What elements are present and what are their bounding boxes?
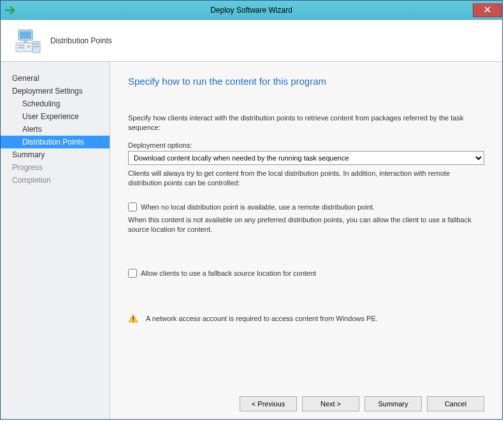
svg-point-6 xyxy=(28,45,30,47)
sidebar-item-scheduling[interactable]: Scheduling xyxy=(1,97,110,110)
warning-row: A network access account is required to … xyxy=(128,313,484,324)
sidebar-item-alerts[interactable]: Alerts xyxy=(1,123,110,136)
titlebar: Deploy Software Wizard xyxy=(1,1,502,20)
svg-rect-8 xyxy=(34,43,39,45)
intro-text: Specify how clients interact with the di… xyxy=(128,113,484,132)
remote-dp-label: When no local distribution point is avai… xyxy=(141,203,375,211)
close-button[interactable] xyxy=(473,3,502,17)
header-label: Distribution Points xyxy=(50,36,112,45)
svg-rect-10 xyxy=(133,317,134,320)
window-title: Deploy Software Wizard xyxy=(210,6,292,15)
sidebar-item-completion: Completion xyxy=(1,174,110,187)
warning-icon xyxy=(128,313,138,324)
svg-rect-9 xyxy=(34,46,39,47)
svg-rect-5 xyxy=(18,47,24,48)
fallback-label: Allow clients to use a fallback source l… xyxy=(141,269,316,277)
next-button[interactable]: Next > xyxy=(302,396,359,411)
button-bar: < Previous Next > Summary Cancel xyxy=(128,389,484,411)
fallback-checkbox[interactable] xyxy=(128,269,137,278)
sidebar-item-summary[interactable]: Summary xyxy=(1,148,110,161)
remote-dp-checkbox[interactable] xyxy=(128,203,137,211)
svg-rect-4 xyxy=(18,45,24,46)
svg-rect-1 xyxy=(20,31,31,39)
summary-button[interactable]: Summary xyxy=(364,396,422,411)
deployment-options-label: Deployment options: xyxy=(128,141,484,149)
svg-rect-2 xyxy=(24,40,27,43)
sidebar-item-deployment-settings[interactable]: Deployment Settings xyxy=(1,85,110,97)
header-strip: Distribution Points xyxy=(1,20,502,62)
sidebar-item-general[interactable]: General xyxy=(1,72,110,85)
cancel-button[interactable]: Cancel xyxy=(427,396,484,411)
hint-fallback: When this content is not available on an… xyxy=(128,215,484,234)
sidebar: General Deployment Settings Scheduling U… xyxy=(1,62,110,419)
forward-arrow-icon xyxy=(4,5,17,15)
computer-icon xyxy=(15,27,41,54)
sidebar-item-distribution-points[interactable]: Distribution Points xyxy=(1,136,110,148)
page-title: Specify how to run the content for this … xyxy=(128,76,484,87)
previous-button[interactable]: < Previous xyxy=(240,396,297,411)
warning-text: A network access account is required to … xyxy=(146,315,378,322)
svg-rect-11 xyxy=(133,320,134,322)
sidebar-item-user-experience[interactable]: User Experience xyxy=(1,110,110,123)
sidebar-item-progress: Progress xyxy=(1,161,110,174)
hint-local-dp: Clients will always try to get content f… xyxy=(128,169,484,188)
content-panel: Specify how to run the content for this … xyxy=(110,62,502,419)
deployment-options-select[interactable]: Download content locally when needed by … xyxy=(128,151,484,165)
